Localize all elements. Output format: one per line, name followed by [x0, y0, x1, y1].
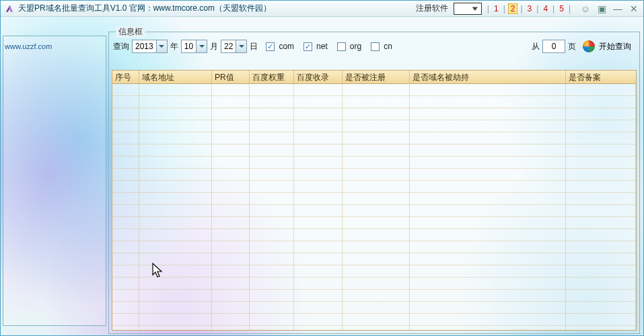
- table-header: 序号 域名地址 PR值 百度权重 百度收录 是否被注册 是否域名被劫持 是否备案: [112, 71, 636, 84]
- page-1[interactable]: 1: [492, 4, 501, 13]
- start-query-button[interactable]: 开始查询: [579, 39, 635, 54]
- day-select[interactable]: 22: [221, 40, 247, 53]
- page-4[interactable]: 4: [541, 4, 550, 13]
- app-logo-icon: [5, 4, 14, 13]
- tld-com-checkbox[interactable]: [266, 42, 275, 51]
- page-3[interactable]: 3: [526, 4, 534, 13]
- tld-net-checkbox[interactable]: [303, 42, 312, 51]
- tld-org-checkbox[interactable]: [337, 42, 346, 51]
- from-label: 从: [532, 41, 540, 52]
- page-2[interactable]: 2: [508, 3, 518, 14]
- info-fieldset: 信息框 查询 2013 年 10 月 22 日 com net org: [108, 32, 640, 334]
- minimize-icon[interactable]: —: [612, 3, 623, 14]
- tld-cn-checkbox[interactable]: [371, 42, 380, 51]
- chevron-down-icon: [236, 40, 246, 52]
- register-label: 注册软件: [416, 3, 448, 14]
- tray-icon[interactable]: ▣: [596, 3, 607, 14]
- page-unit: 页: [568, 41, 576, 52]
- day-value: 22: [221, 42, 236, 51]
- tld-org-label: org: [350, 42, 361, 51]
- month-value: 10: [182, 42, 196, 51]
- info-legend: 信息框: [116, 26, 145, 38]
- pagination: | 1 | 2 | 3 | 4 | 5 |: [487, 3, 571, 14]
- tld-com-label: com: [279, 42, 294, 51]
- results-table: 序号 域名地址 PR值 百度权重 百度收录 是否被注册 是否域名被劫持 是否备案: [112, 70, 637, 331]
- close-icon[interactable]: ✕: [629, 3, 639, 14]
- table-gridlines: [112, 84, 636, 330]
- windows-flag-icon: [583, 40, 595, 52]
- month-select[interactable]: 10: [181, 40, 207, 53]
- query-label: 查询: [113, 41, 129, 52]
- left-panel: [3, 36, 106, 326]
- year-select[interactable]: 2013: [132, 40, 168, 53]
- register-select[interactable]: [454, 3, 482, 15]
- tld-net-label: net: [316, 42, 328, 51]
- help-icon[interactable]: ☺: [580, 3, 591, 14]
- titlebar: 天盟PR域名批量查询工具V1.0 官网：www.tmcore.com（天盟软件园…: [1, 1, 643, 17]
- col-hijacked[interactable]: 是否域名被劫持: [410, 71, 566, 83]
- tld-cn-label: cn: [384, 42, 392, 51]
- col-beian[interactable]: 是否备案: [566, 71, 636, 83]
- day-unit: 日: [250, 41, 258, 52]
- mouse-cursor-icon: [150, 263, 164, 280]
- start-query-label: 开始查询: [599, 41, 631, 52]
- chevron-down-icon: [470, 4, 480, 13]
- year-unit: 年: [170, 41, 178, 52]
- chevron-down-icon: [196, 40, 207, 52]
- col-registered[interactable]: 是否被注册: [343, 71, 410, 83]
- col-baidu-weight[interactable]: 百度权重: [250, 71, 294, 83]
- watermark-text: www.uzzf.com: [5, 42, 52, 50]
- chevron-down-icon: [156, 40, 167, 52]
- from-page-input[interactable]: 0: [542, 40, 565, 53]
- col-index[interactable]: 序号: [112, 71, 139, 83]
- col-domain[interactable]: 域名地址: [139, 71, 212, 83]
- year-value: 2013: [133, 42, 156, 51]
- page-5[interactable]: 5: [557, 4, 566, 13]
- table-body[interactable]: [112, 84, 636, 330]
- query-row: 查询 2013 年 10 月 22 日 com net org cn 从: [109, 32, 639, 56]
- col-pr[interactable]: PR值: [212, 71, 250, 83]
- month-unit: 月: [210, 41, 218, 52]
- col-baidu-index[interactable]: 百度收录: [294, 71, 343, 83]
- window-title: 天盟PR域名批量查询工具V1.0 官网：www.tmcore.com（天盟软件园…: [18, 3, 271, 14]
